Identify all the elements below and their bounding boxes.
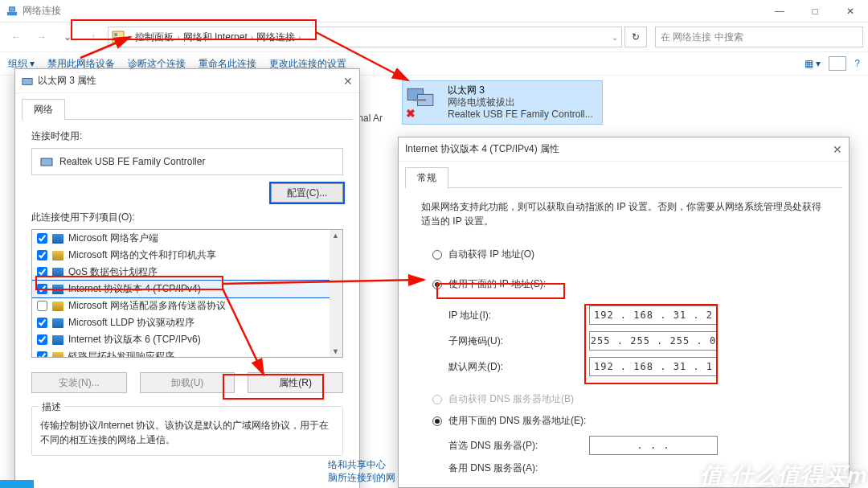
control-panel-icon xyxy=(112,31,125,43)
obscured-footer: 络和共享中心脑所连接到的网 xyxy=(328,458,395,484)
dialog2-titlebar: Internet 协议版本 4 (TCP/IPv4) 属性 ✕ xyxy=(399,137,849,162)
up-button[interactable]: ↑ xyxy=(82,26,104,48)
window-controls: — □ ✕ xyxy=(762,0,868,23)
window-titlebar: 网络连接 xyxy=(0,0,868,23)
taskbar-fragment xyxy=(0,480,34,488)
dialog2-close-icon[interactable]: ✕ xyxy=(833,143,842,156)
protocol-checkbox[interactable] xyxy=(37,351,47,358)
help-icon[interactable]: ? xyxy=(854,58,860,69)
adapter-item[interactable]: ✖ 以太网 3 网络电缆被拔出 Realtek USB FE Family Co… xyxy=(402,80,603,125)
protocol-checkbox[interactable] xyxy=(37,284,47,294)
view-options-icon[interactable]: ▦ ▾ xyxy=(805,58,821,69)
mask-input[interactable]: 255 . 255 . 255 . 0 xyxy=(589,331,718,351)
auto-dns-radio: 自动获得 DNS 服务器地址(B) xyxy=(432,392,826,406)
recent-button[interactable]: ⌄ xyxy=(56,26,79,48)
auto-ip-radio[interactable]: 自动获得 IP 地址(O) xyxy=(432,248,826,261)
svg-rect-0 xyxy=(7,11,17,14)
search-input[interactable]: 在 网络连接 中搜索 xyxy=(655,27,863,47)
disconnected-icon: ✖ xyxy=(406,107,416,120)
watermark: 值·什么值得买m xyxy=(700,461,868,488)
nic-icon xyxy=(40,155,53,168)
dns1-row: 首选 DNS 服务器(P): . . . xyxy=(448,436,826,455)
maximize-button[interactable]: □ xyxy=(797,0,833,23)
adapter-list: ✖ 以太网 3 网络电缆被拔出 Realtek USB FE Family Co… xyxy=(402,80,603,125)
mask-label: 子网掩码(U): xyxy=(448,334,589,348)
connect-using-label: 连接时使用: xyxy=(31,129,343,143)
protocol-label: Internet 协议版本 6 (TCP/IPv6) xyxy=(68,333,201,347)
crumb-2[interactable]: 网络和 Internet xyxy=(183,31,248,44)
auto-dns-label: 自动获得 DNS 服务器地址(B) xyxy=(448,392,574,406)
svg-rect-1 xyxy=(10,6,15,10)
forward-button[interactable]: → xyxy=(31,26,53,48)
crumb-3[interactable]: 网络连接 xyxy=(256,31,295,44)
protocol-item[interactable]: Microsoft 网络的文件和打印机共享 xyxy=(32,247,342,264)
manual-ip-radio[interactable]: 使用下面的 IP 地址(S): xyxy=(432,277,551,291)
auto-ip-label: 自动获得 IP 地址(O) xyxy=(448,248,534,261)
protocol-checkbox[interactable] xyxy=(37,267,47,277)
protocol-icon xyxy=(52,251,63,260)
protocol-icon xyxy=(52,301,63,311)
protocol-checkbox[interactable] xyxy=(37,250,47,260)
nic-icon xyxy=(22,76,33,87)
ipv4-properties-dialog: Internet 协议版本 4 (TCP/IPv4) 属性 ✕ 常规 如果网络支… xyxy=(398,137,850,488)
protocol-item[interactable]: Microsoft LLDP 协议驱动程序 xyxy=(32,314,342,331)
back-button[interactable]: ← xyxy=(5,26,27,48)
close-button[interactable]: ✕ xyxy=(833,0,868,23)
breadcrumb[interactable]: › 控制面板› 网络和 Internet› 网络连接› xyxy=(129,31,301,44)
minimize-button[interactable]: — xyxy=(762,0,797,23)
scrollbar[interactable] xyxy=(330,230,342,357)
protocol-item[interactable]: Microsoft 网络客户端 xyxy=(32,230,342,247)
network-icon xyxy=(6,6,18,17)
protocol-checkbox[interactable] xyxy=(37,334,47,345)
ethernet-properties-dialog: 以太网 3 属性 ✕ 网络 连接时使用: Realtek USB FE Fami… xyxy=(14,68,360,488)
gateway-row: 默认网关(D): 192 . 168 . 31 . 1 xyxy=(448,357,826,376)
protocol-checkbox[interactable] xyxy=(37,301,47,311)
gw-input[interactable]: 192 . 168 . 31 . 1 xyxy=(589,357,718,376)
ip-address-row: IP 地址(I): 192 . 168 . 31 . 2 xyxy=(448,306,826,325)
protocol-item[interactable]: QoS 数据包计划程序 xyxy=(32,264,342,281)
protocol-item[interactable]: Microsoft 网络适配器多路传送器协议 xyxy=(32,297,342,314)
radio-icon xyxy=(432,280,442,289)
tab-general[interactable]: 常规 xyxy=(405,167,448,188)
protocol-item[interactable]: 链路层拓扑发现响应程序 xyxy=(32,348,342,358)
ip-input[interactable]: 192 . 168 . 31 . 2 xyxy=(589,306,718,325)
properties-button[interactable]: 属性(R) xyxy=(248,372,343,393)
adapter-name: 以太网 3 xyxy=(448,84,593,96)
subnet-row: 子网掩码(U): 255 . 255 . 255 . 0 xyxy=(448,331,826,351)
protocol-label: 链路层拓扑发现响应程序 xyxy=(68,350,174,358)
breadcrumb-dropdown-icon[interactable]: ⌄ xyxy=(612,33,618,42)
manual-dns-label: 使用下面的 DNS 服务器地址(E): xyxy=(448,414,586,428)
adapter-field-value: Realtek USB FE Family Controller xyxy=(59,156,205,167)
protocol-icon xyxy=(52,352,63,359)
dialog1-close-icon[interactable]: ✕ xyxy=(343,75,353,88)
dns2-label: 备用 DNS 服务器(A): xyxy=(448,461,589,475)
radio-icon xyxy=(432,250,442,260)
protocol-checkbox[interactable] xyxy=(37,233,47,244)
configure-button[interactable]: 配置(C)... xyxy=(271,183,343,203)
tab-network[interactable]: 网络 xyxy=(22,99,65,120)
protocol-label: Microsoft 网络适配器多路传送器协议 xyxy=(68,299,226,313)
preview-pane-icon[interactable] xyxy=(829,56,846,71)
crumb-1[interactable]: 控制面板 xyxy=(135,31,174,44)
install-button[interactable]: 安装(N)... xyxy=(31,372,127,393)
protocol-item[interactable]: Internet 协议版本 6 (TCP/IPv6) xyxy=(32,331,342,348)
dialog2-title: Internet 协议版本 4 (TCP/IPv4) 属性 xyxy=(405,142,559,156)
gw-label: 默认网关(D): xyxy=(448,360,589,374)
manual-dns-radio[interactable]: 使用下面的 DNS 服务器地址(E): xyxy=(432,414,826,428)
uninstall-button[interactable]: 卸载(U) xyxy=(140,372,235,393)
protocol-icon xyxy=(52,318,63,328)
svg-rect-7 xyxy=(23,78,32,84)
adapter-field: Realtek USB FE Family Controller xyxy=(31,148,343,175)
protocol-label: Microsoft 网络客户端 xyxy=(68,232,158,245)
dns1-label: 首选 DNS 服务器(P): xyxy=(448,439,589,453)
refresh-button[interactable]: ↻ xyxy=(624,27,647,47)
adapter-status: 网络电缆被拔出 xyxy=(448,96,593,109)
protocol-listbox[interactable]: Microsoft 网络客户端Microsoft 网络的文件和打印机共享QoS … xyxy=(31,229,343,358)
window-title: 网络连接 xyxy=(23,4,61,18)
radio-icon xyxy=(432,395,442,404)
dns1-input[interactable]: . . . xyxy=(589,436,718,455)
breadcrumb-box[interactable]: › 控制面板› 网络和 Internet› 网络连接› ⌄ xyxy=(108,27,622,47)
protocol-checkbox[interactable] xyxy=(37,318,47,328)
protocol-item[interactable]: Internet 协议版本 4 (TCP/IPv4) xyxy=(32,281,342,297)
protocol-icon xyxy=(52,234,63,244)
